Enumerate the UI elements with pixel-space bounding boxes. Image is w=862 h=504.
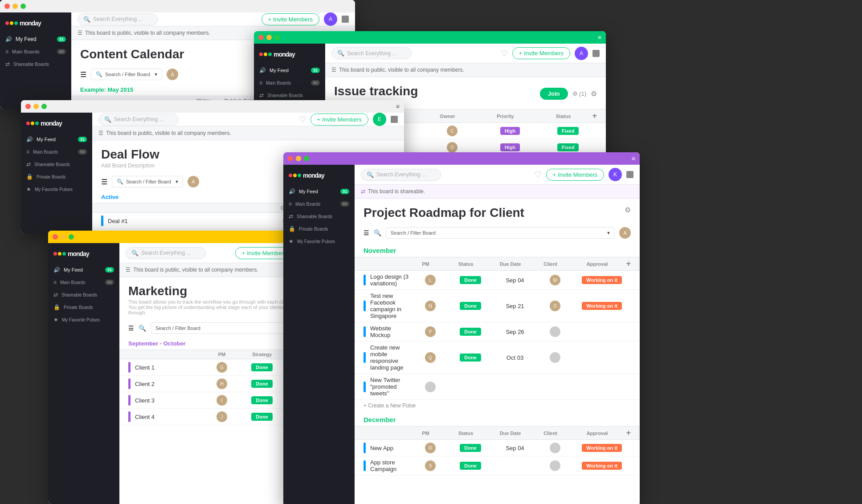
settings-icon-win2: ⚙ (1) xyxy=(572,90,587,97)
add-col-btn[interactable]: + xyxy=(592,111,597,121)
sidebar-favorites-win4[interactable]: ★My Favorite Pulses xyxy=(48,313,119,326)
sidebar-shareable-win3[interactable]: ⇄Shareable Boards xyxy=(21,158,92,171)
close-dot[interactable] xyxy=(258,35,264,40)
search-bar-win2[interactable]: 🔍 Search Everything ... xyxy=(331,47,412,59)
share-icon: ⇄ xyxy=(361,188,365,195)
minimize-dot[interactable] xyxy=(12,4,18,9)
close-dot[interactable] xyxy=(53,234,58,240)
table-header-dec: PM Status Due Date Client Approval + xyxy=(355,426,640,440)
menu-icon-win5[interactable]: ≡ xyxy=(632,155,635,162)
add-col-btn-dec[interactable]: + xyxy=(626,428,631,438)
share-icon: ⇄ xyxy=(259,92,264,98)
invite-btn-win2[interactable]: + Invite Members xyxy=(512,47,570,59)
maximize-dot[interactable] xyxy=(274,35,280,40)
gear-icon-win5[interactable]: ⚙ xyxy=(625,206,631,214)
table-row-dec-1: New App R Done Sep 04 Working on it xyxy=(355,440,640,456)
search-bar-win5[interactable]: 🔍 Search Everything ... xyxy=(361,169,441,181)
filter-input-win3[interactable]: 🔍 Search / Filter Board ▾ xyxy=(112,176,183,187)
table-row-nov-4: Create new mobile responsive landing pag… xyxy=(355,341,640,374)
plus-icon: + xyxy=(268,16,272,23)
filter-input-win1[interactable]: 🔍 Search / Filter Board ▾ xyxy=(91,69,162,80)
grid-icon-win2 xyxy=(592,50,600,57)
sidebar-private-win5[interactable]: 🔒Private Boards xyxy=(283,223,355,235)
search-bar-win3[interactable]: 🔍 Search Everything ... xyxy=(98,114,179,126)
invite-btn-win1[interactable]: + Invite Members xyxy=(261,13,319,25)
maximize-dot[interactable] xyxy=(41,104,47,109)
filter-icon: ☰ xyxy=(80,70,86,79)
gear-icon-win2[interactable]: ⚙ xyxy=(591,89,597,98)
create-pulse-nov[interactable]: + Create a New Pulse xyxy=(355,400,640,411)
search-filter-icon: 🔍 xyxy=(96,71,102,77)
titlebar-win3: ≡ xyxy=(21,100,404,113)
minimize-dot[interactable] xyxy=(61,234,66,240)
search-bar-win1[interactable]: 🔍 Search Everything ... xyxy=(78,13,158,25)
public-bar-win3: ☰ This board is public, visible to all c… xyxy=(92,126,404,140)
search-icon: 🔍 xyxy=(337,50,344,57)
sidebar-favorites-win5[interactable]: ★My Favorite Pulses xyxy=(283,235,355,248)
board-header-win5: Project Roadmap for Client ⚙ xyxy=(355,199,640,224)
public-bar-win2: ☰ This board is public, visible to all c… xyxy=(325,63,606,77)
share-icon: ⇄ xyxy=(5,61,10,67)
heart-icon-win5[interactable]: ♡ xyxy=(535,170,542,179)
table-row-nov-2: Test new Facebook campaign in Singapore … xyxy=(355,290,640,322)
minimize-dot[interactable] xyxy=(296,156,301,161)
maximize-dot[interactable] xyxy=(69,234,74,240)
sidebar-mainboards-win5[interactable]: ≡Main Boards 60 xyxy=(283,198,355,210)
add-col-btn-nov[interactable]: + xyxy=(626,259,631,268)
sidebar-shareable-win5[interactable]: ⇄Shareable Boards xyxy=(283,210,355,223)
sidebar-shareable-win4[interactable]: ⇄Shareable Boards xyxy=(48,289,119,301)
invite-btn-win5[interactable]: +Invite Members xyxy=(546,169,604,181)
maximize-dot[interactable] xyxy=(304,156,309,161)
search-bar-win4[interactable]: 🔍 Search Everything ... xyxy=(126,247,206,259)
sidebar-item-myfeed[interactable]: 🔊 My Feed 31 xyxy=(0,33,71,45)
maximize-dot[interactable] xyxy=(20,4,26,9)
mainboards-badge-win2: 60 xyxy=(311,80,320,85)
sidebar-myfeed-win4[interactable]: 🔊My Feed 31 xyxy=(48,264,119,276)
sidebar-mainboards-win3[interactable]: ≡Main Boards 50 xyxy=(21,146,92,158)
menu-icon-win2[interactable]: ≡ xyxy=(598,34,601,41)
logo-win1: monday xyxy=(0,16,71,33)
sidebar-private-win4[interactable]: 🔒Private Boards xyxy=(48,301,119,313)
sidebar-shareable-win2[interactable]: ⇄ Shareable Boards xyxy=(254,89,325,102)
menu-icon-win3[interactable]: ≡ xyxy=(396,103,400,110)
sidebar-item-mainboards[interactable]: ≡ Main Boards 60 xyxy=(0,45,71,58)
board-title-win5: Project Roadmap for Client xyxy=(364,206,625,220)
logo-win2: monday xyxy=(254,47,325,64)
join-button[interactable]: Join xyxy=(540,88,568,100)
navbar-win1: 🔍 Search Everything ... + Invite Members… xyxy=(71,12,355,26)
sidebar-favorites-win3[interactable]: ★My Favorite Pulses xyxy=(21,183,92,195)
search-filter-icon: 🔍 xyxy=(139,325,146,332)
navbar-win3: 🔍 Search Everything ... ♡ +Invite Member… xyxy=(92,113,404,126)
sidebar-win4: monday 🔊My Feed 31 ≡Main Boards 60 ⇄Shar… xyxy=(48,243,119,504)
sidebar-myfeed-win3[interactable]: 🔊My Feed 31 xyxy=(21,133,92,146)
sidebar-myfeed-win2[interactable]: 🔊 My Feed 31 xyxy=(254,64,325,77)
heart-icon-win3[interactable]: ♡ xyxy=(299,114,306,124)
board-title-win2: Issue tracking xyxy=(334,84,540,98)
close-dot[interactable] xyxy=(25,104,31,109)
grid-icon xyxy=(342,16,349,23)
sidebar-myfeed-win5[interactable]: 🔊My Feed 31 xyxy=(283,185,355,198)
feed-badge: 31 xyxy=(57,37,66,42)
close-dot[interactable] xyxy=(4,4,10,9)
minimize-dot[interactable] xyxy=(33,104,39,109)
minimize-dot[interactable] xyxy=(266,35,272,40)
public-icon: ☰ xyxy=(331,67,336,73)
filter-input-win5[interactable]: Search / Filter Board ▾ xyxy=(386,227,615,239)
sidebar-mainboards-win2[interactable]: ≡ Main Boards 60 xyxy=(254,77,325,89)
avatar-filter: A xyxy=(167,69,178,80)
avatar-filter-win5: A xyxy=(619,227,631,239)
sidebar-win5: monday 🔊My Feed 31 ≡Main Boards 60 ⇄Shar… xyxy=(283,165,355,504)
filter-icon-win5: ☰ xyxy=(364,229,369,236)
sidebar-item-shareable[interactable]: ⇄ Shareable Boards xyxy=(0,58,71,70)
heart-icon-win2[interactable]: ♡ xyxy=(501,49,508,58)
navbar-win2: 🔍 Search Everything ... ♡ + Invite Membe… xyxy=(325,44,606,63)
avatar-win1: A xyxy=(324,12,337,26)
table-row-dec-2: App store Campaign S Done Working on it xyxy=(355,456,640,476)
sidebar-mainboards-win4[interactable]: ≡Main Boards 60 xyxy=(48,276,119,289)
sidebar-private-win3[interactable]: 🔒Private Boards xyxy=(21,171,92,183)
invite-btn-win3[interactable]: +Invite Members xyxy=(310,114,368,126)
sidebar-win3: monday 🔊My Feed 31 ≡Main Boards 50 ⇄Shar… xyxy=(21,113,92,234)
close-dot[interactable] xyxy=(288,156,293,161)
boards-icon: ≡ xyxy=(5,49,8,55)
filter-input-win4[interactable]: Search / Filter Board ▾ xyxy=(151,322,304,334)
